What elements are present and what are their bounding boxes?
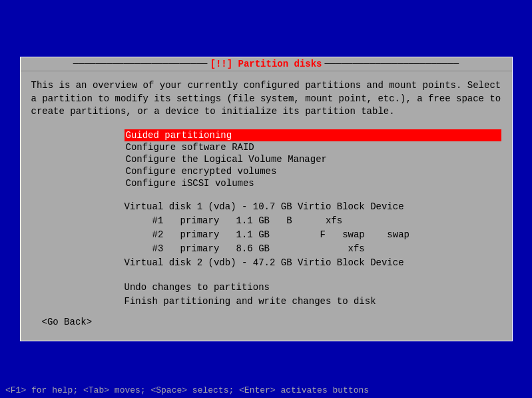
menu-item-lvm[interactable]: Configure the Logical Volume Manager xyxy=(125,153,501,165)
disk2-header[interactable]: Virtual disk 2 (vdb) - 47.2 GB Virtio Bl… xyxy=(125,256,501,270)
title-right-dashes: ──────────────────────── xyxy=(325,59,459,69)
menu-item-raid[interactable]: Configure software RAID xyxy=(125,141,501,153)
action-undo[interactable]: Undo changes to partitions xyxy=(125,281,501,295)
status-bar: <F1> for help; <Tab> moves; <Space> sele… xyxy=(0,383,532,398)
title-left-dashes: ──────────────────────── xyxy=(73,59,208,69)
title-bar: ──────────────────────── [!!] Partition … xyxy=(21,57,512,71)
content-area: This is an overview of your currently co… xyxy=(21,74,512,341)
disk1-partition3[interactable]: #3 primary 8.6 GB xfs xyxy=(125,242,501,256)
window-title: [!!] Partition disks xyxy=(210,59,322,69)
go-back-button[interactable]: <Go Back> xyxy=(42,317,501,327)
menu-item-guided[interactable]: Guided partitioning xyxy=(125,129,501,141)
menu-item-iscsi[interactable]: Configure iSCSI volumes xyxy=(125,177,501,189)
menu-item-encrypted[interactable]: Configure encrypted volumes xyxy=(125,165,501,177)
disk1-section: Virtual disk 1 (vda) - 10.7 GB Virtio Bl… xyxy=(125,200,501,270)
status-bar-text: <F1> for help; <Tab> moves; <Space> sele… xyxy=(5,385,369,395)
disk1-partition1[interactable]: #1 primary 1.1 GB B xfs xyxy=(125,214,501,228)
disk1-partition2[interactable]: #2 primary 1.1 GB F swap swap xyxy=(125,228,501,242)
description-text: This is an overview of your currently co… xyxy=(31,79,501,119)
main-window: ──────────────────────── [!!] Partition … xyxy=(20,57,513,341)
disk1-header[interactable]: Virtual disk 1 (vda) - 10.7 GB Virtio Bl… xyxy=(125,200,501,214)
menu-list: Guided partitioning Configure software R… xyxy=(125,129,501,189)
action-finish[interactable]: Finish partitioning and write changes to… xyxy=(125,295,501,309)
actions-section: Undo changes to partitions Finish partit… xyxy=(125,281,501,309)
